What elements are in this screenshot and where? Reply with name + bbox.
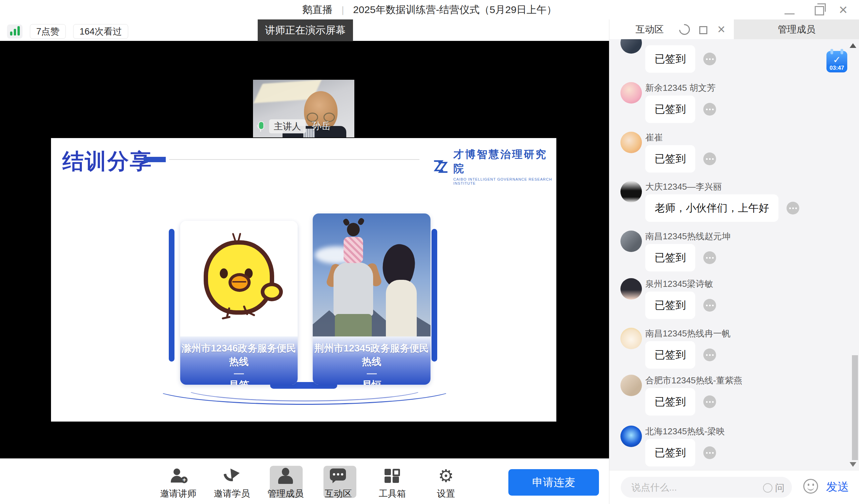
presenting-banner: 讲师正在演示屏幕 (258, 19, 353, 41)
toolbar-label: 邀请讲师 (160, 488, 196, 500)
scroll-down-arrow-icon[interactable] (849, 462, 856, 467)
card-2-image-family (313, 214, 431, 336)
share-card-1: 滁州市12346政务服务便民热线 昌笛 (180, 221, 298, 385)
card-2-hotline: 荆州市12345政务服务便民热线 (313, 342, 431, 368)
share-arrow-icon (223, 467, 242, 485)
person-icon (277, 468, 293, 484)
slide-title: 结训分享 (62, 147, 152, 176)
avatar[interactable] (620, 181, 642, 202)
decor-bar-left (169, 229, 175, 362)
ellipsis-icon[interactable] (703, 446, 716, 459)
gear-icon: ⚙ (438, 468, 454, 484)
chat-bubble: 已签到 (645, 388, 695, 415)
chat-message-row: 新余12345 胡文芳 已签到 (609, 82, 859, 126)
chat-bubble: 已签到 (645, 292, 695, 319)
toolbar-interact-area[interactable]: 互动区 (313, 467, 363, 500)
ellipsis-icon[interactable] (786, 202, 799, 215)
views-badge: 164次看过 (73, 24, 128, 39)
toolbar-settings[interactable]: ⚙ 设置 (421, 467, 471, 500)
avatar[interactable] (620, 132, 642, 153)
chat-message-row: 已签到 (609, 39, 859, 76)
card-1-label: 滁州市12346政务服务便民热线 昌笛 (180, 336, 298, 385)
avatar[interactable] (620, 39, 642, 53)
ellipsis-icon[interactable] (703, 251, 716, 264)
bottom-toolbar: + 邀请讲师 邀请学员 管理成员 互动区 工具箱 (0, 458, 609, 504)
card-1-image-chick (180, 221, 298, 336)
microphone-icon (257, 121, 265, 133)
ellipsis-icon[interactable] (703, 103, 716, 115)
question-circle-icon (763, 483, 772, 493)
card-2-person: 易恒 (313, 378, 431, 385)
chat-input-bar: 问 发送 (609, 470, 859, 504)
chick-illustration (201, 232, 277, 326)
card-2-label: 荆州市12345政务服务便民热线 易恒 (313, 336, 431, 385)
chat-input[interactable] (631, 477, 753, 498)
chat-message-row: 南昌12345热线赵元坤 已签到 (609, 231, 859, 274)
app-window: 鹅直播 ｜ 2025年数据训练营-结营仪式（5月29日上午） × 7点赞 164… (0, 0, 859, 504)
scroll-up-arrow-icon[interactable] (849, 43, 856, 48)
ellipsis-icon[interactable] (703, 348, 716, 361)
close-icon[interactable]: × (839, 1, 848, 19)
chat-sender-name: 合肥市12345热线-董紫燕 (645, 375, 742, 387)
refresh-icon[interactable] (677, 22, 692, 37)
sign-in-sticker[interactable]: ✓ 03:47 (827, 49, 847, 73)
avatar[interactable] (620, 375, 642, 396)
speaker-video-thumbnail[interactable]: 主讲人 孙岳 (253, 80, 355, 137)
avatar[interactable] (620, 426, 642, 447)
speaker-role-badge: 主讲人 (269, 119, 306, 133)
chat-bubble: 已签到 (645, 439, 695, 467)
card-2-divider (367, 373, 377, 374)
likes-badge[interactable]: 7点赞 (30, 24, 66, 39)
chat-bubble: 已签到 (645, 244, 695, 271)
chat-message-list[interactable]: 已签到 ✓ 03:47 新余12345 胡文芳 已签到 (609, 39, 859, 470)
popout-icon[interactable] (699, 26, 707, 34)
ask-question-toggle[interactable]: 问 (763, 482, 784, 494)
request-mic-button[interactable]: 申请连麦 (508, 469, 599, 495)
chat-bubble-icon (330, 468, 347, 484)
avatar[interactable] (620, 278, 642, 300)
chat-sender-name: 南昌12345热线冉一帆 (645, 328, 730, 340)
toolbar-invite-student[interactable]: 邀请学员 (207, 467, 257, 500)
ellipsis-icon[interactable] (703, 299, 716, 312)
restore-window-icon[interactable] (815, 6, 824, 15)
bar-chart-icon[interactable] (7, 25, 22, 38)
toolbar-invite-teacher[interactable]: + 邀请讲师 (153, 467, 204, 500)
session-title: 2025年数据训练营-结营仪式（5月29日上午） (353, 3, 557, 17)
ask-label: 问 (775, 482, 784, 494)
ellipsis-icon[interactable] (703, 395, 716, 408)
ellipsis-icon[interactable] (703, 153, 716, 165)
toolbar-manage-members[interactable]: 管理成员 (260, 467, 311, 500)
ellipsis-icon[interactable] (703, 52, 716, 65)
title-bar: 鹅直播 ｜ 2025年数据训练营-结营仪式（5月29日上午） × (0, 0, 859, 19)
card-1-person: 昌笛 (180, 378, 298, 385)
toolbar-label: 邀请学员 (214, 488, 250, 500)
avatar[interactable] (620, 231, 642, 252)
chat-sender-name: 北海12345热线-梁映 (645, 426, 725, 437)
close-icon[interactable]: × (718, 20, 725, 38)
smiley-icon[interactable] (803, 479, 818, 493)
chat-sender-name: 崔崔 (645, 132, 663, 143)
card-1-divider (234, 373, 244, 374)
minimize-icon[interactable] (784, 13, 795, 14)
send-button[interactable]: 发送 (826, 479, 849, 494)
tab-manage-members[interactable]: 管理成员 (734, 19, 859, 39)
avatar[interactable] (620, 82, 642, 104)
chat-message-row: 北海12345热线-梁映 已签到 (609, 426, 859, 469)
avatar[interactable] (620, 328, 642, 349)
chat-bubble: 已签到 (645, 95, 695, 123)
chat-input-pill[interactable]: 问 (621, 477, 792, 498)
card-1-hotline: 滁州市12346政务服务便民热线 (180, 342, 298, 368)
title-separator: ｜ (338, 4, 347, 16)
window-title: 鹅直播 ｜ 2025年数据训练营-结营仪式（5月29日上午） (0, 0, 859, 19)
toolbar-label: 工具箱 (379, 488, 406, 500)
decor-bar-right (432, 229, 437, 362)
toolbar-toolbox[interactable]: 工具箱 (367, 467, 418, 500)
scrollbar-thumb[interactable] (852, 355, 858, 460)
share-card-2: 荆州市12345政务服务便民热线 易恒 (313, 214, 431, 385)
chat-tab-row: 互动区 × 管理成员 (609, 19, 859, 39)
tab-interact-area[interactable]: 互动区 (635, 19, 664, 39)
chat-sender-name: 泉州12345梁诗敏 (645, 278, 713, 290)
chat-message-row: 合肥市12345热线-董紫燕 已签到 (609, 375, 859, 418)
chat-sender-name: 南昌12345热线赵元坤 (645, 231, 730, 242)
chat-bubble: 已签到 (645, 341, 695, 368)
